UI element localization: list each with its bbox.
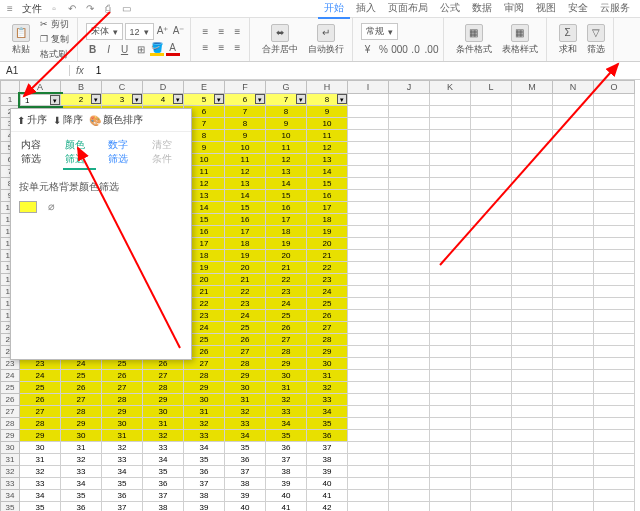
- cut-button[interactable]: ✂ 剪切: [40, 18, 69, 31]
- cell[interactable]: 23: [307, 274, 348, 286]
- cell[interactable]: [430, 478, 471, 490]
- cell[interactable]: [348, 310, 389, 322]
- cell[interactable]: 11: [225, 154, 266, 166]
- row-header-1[interactable]: 1: [0, 94, 20, 106]
- cell[interactable]: [389, 190, 430, 202]
- cell[interactable]: [471, 334, 512, 346]
- cell[interactable]: 30: [266, 370, 307, 382]
- filter-dropdown-icon[interactable]: ▾: [337, 94, 347, 104]
- cell[interactable]: [389, 454, 430, 466]
- cell[interactable]: 18: [266, 226, 307, 238]
- paste-button[interactable]: 📋 粘贴: [8, 22, 34, 58]
- currency-icon[interactable]: ¥: [361, 42, 375, 56]
- cell[interactable]: 33: [307, 394, 348, 406]
- cell[interactable]: [594, 454, 635, 466]
- cell[interactable]: [348, 490, 389, 502]
- cell[interactable]: 29: [266, 358, 307, 370]
- formula-value[interactable]: 1: [90, 65, 108, 76]
- cell[interactable]: [389, 202, 430, 214]
- cell[interactable]: 36: [266, 442, 307, 454]
- cell[interactable]: [512, 382, 553, 394]
- cell[interactable]: 39: [184, 502, 225, 511]
- cell[interactable]: [471, 226, 512, 238]
- cell[interactable]: 6▾: [225, 94, 266, 106]
- cell[interactable]: 29: [307, 346, 348, 358]
- menu-file[interactable]: 文件: [22, 2, 42, 16]
- cell[interactable]: [471, 238, 512, 250]
- cell[interactable]: [553, 214, 594, 226]
- cell[interactable]: 29: [102, 406, 143, 418]
- cell[interactable]: [430, 418, 471, 430]
- cell[interactable]: [594, 334, 635, 346]
- cell[interactable]: [471, 154, 512, 166]
- cell[interactable]: [430, 226, 471, 238]
- cell[interactable]: [512, 322, 553, 334]
- cell[interactable]: [471, 118, 512, 130]
- col-header-L[interactable]: L: [471, 80, 512, 94]
- cell[interactable]: [430, 214, 471, 226]
- cell[interactable]: [389, 262, 430, 274]
- cell[interactable]: 30: [307, 358, 348, 370]
- cell[interactable]: [471, 502, 512, 511]
- increase-font-icon[interactable]: A⁺: [156, 23, 170, 37]
- cell[interactable]: [430, 430, 471, 442]
- font-color-icon[interactable]: A: [166, 42, 180, 56]
- cell[interactable]: [512, 94, 553, 106]
- cell[interactable]: 26: [225, 334, 266, 346]
- cell[interactable]: [348, 382, 389, 394]
- cell[interactable]: [389, 478, 430, 490]
- align-mid-icon[interactable]: ≡: [215, 25, 229, 39]
- menu-tab-7[interactable]: 安全: [562, 0, 594, 19]
- cell[interactable]: [389, 466, 430, 478]
- cell[interactable]: [430, 274, 471, 286]
- cell[interactable]: [512, 286, 553, 298]
- cell[interactable]: 11: [307, 130, 348, 142]
- cell[interactable]: [348, 178, 389, 190]
- cell[interactable]: 16: [266, 202, 307, 214]
- cell[interactable]: [389, 94, 430, 106]
- cell[interactable]: [512, 190, 553, 202]
- cell[interactable]: [389, 394, 430, 406]
- wrap-button[interactable]: ↵自动换行: [304, 22, 348, 58]
- cell[interactable]: [389, 418, 430, 430]
- cell[interactable]: [512, 466, 553, 478]
- cell[interactable]: 33: [61, 466, 102, 478]
- cell[interactable]: [594, 418, 635, 430]
- filter-tab-content[interactable]: 内容筛选: [19, 136, 53, 170]
- cell[interactable]: 20: [225, 262, 266, 274]
- cell[interactable]: [594, 202, 635, 214]
- cell[interactable]: [471, 286, 512, 298]
- cell[interactable]: [348, 214, 389, 226]
- cell[interactable]: 9: [307, 106, 348, 118]
- cell[interactable]: 25: [266, 310, 307, 322]
- cell[interactable]: 28: [184, 370, 225, 382]
- cell[interactable]: 31: [102, 430, 143, 442]
- cell[interactable]: 38: [143, 502, 184, 511]
- cell[interactable]: [471, 202, 512, 214]
- cell[interactable]: [594, 106, 635, 118]
- cell[interactable]: [471, 214, 512, 226]
- cell[interactable]: 40: [307, 478, 348, 490]
- cell[interactable]: [348, 226, 389, 238]
- cond-format-button[interactable]: ▦条件格式: [452, 22, 496, 58]
- cell[interactable]: 13: [266, 166, 307, 178]
- app-menu-icon[interactable]: ≡: [4, 3, 16, 15]
- cell[interactable]: [389, 106, 430, 118]
- cell[interactable]: [430, 346, 471, 358]
- cell[interactable]: [553, 502, 594, 511]
- fx-label[interactable]: fx: [70, 65, 90, 76]
- cell[interactable]: [348, 94, 389, 106]
- filter-dropdown-icon[interactable]: ▾: [296, 94, 306, 104]
- border-icon[interactable]: ⊞: [134, 42, 148, 56]
- cell[interactable]: [512, 202, 553, 214]
- cell[interactable]: 28: [266, 346, 307, 358]
- cell[interactable]: [553, 442, 594, 454]
- cell[interactable]: [594, 298, 635, 310]
- cell[interactable]: [471, 406, 512, 418]
- cell[interactable]: [594, 238, 635, 250]
- cell[interactable]: [430, 190, 471, 202]
- dec-inc-icon[interactable]: .0: [409, 42, 423, 56]
- col-header-B[interactable]: B: [61, 80, 102, 94]
- cell[interactable]: 25: [307, 298, 348, 310]
- col-header-M[interactable]: M: [512, 80, 553, 94]
